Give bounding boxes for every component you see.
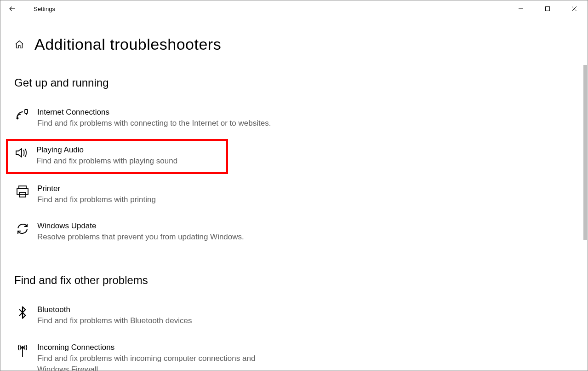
- troubleshooter-bluetooth[interactable]: Bluetooth Find and fix problems with Blu…: [14, 301, 299, 331]
- troubleshooter-title: Incoming Connections: [37, 343, 298, 352]
- svg-rect-9: [19, 192, 26, 197]
- wifi-icon: [15, 108, 30, 122]
- content: Additional troubleshooters Get up and ru…: [0, 17, 588, 371]
- minimize-button[interactable]: [508, 0, 534, 17]
- antenna-icon: [15, 343, 30, 358]
- scrollbar[interactable]: [583, 65, 587, 240]
- troubleshooter-list: Bluetooth Find and fix problems with Blu…: [14, 301, 299, 371]
- page-header: Additional troubleshooters: [14, 35, 588, 53]
- printer-icon: [15, 184, 30, 199]
- troubleshooter-desc: Find and fix problems with Bluetooth dev…: [37, 315, 281, 326]
- troubleshooter-incoming-connections[interactable]: Incoming Connections Find and fix proble…: [14, 339, 299, 371]
- troubleshooter-text: Windows Update Resolve problems that pre…: [37, 221, 298, 243]
- close-button[interactable]: [561, 0, 588, 17]
- troubleshooter-internet-connections[interactable]: Internet Connections Find and fix proble…: [14, 104, 299, 133]
- titlebar: Settings: [0, 0, 588, 17]
- troubleshooter-text: Bluetooth Find and fix problems with Blu…: [37, 305, 298, 326]
- troubleshooter-desc: Resolve problems that prevent you from u…: [37, 232, 281, 243]
- troubleshooter-title: Windows Update: [37, 221, 298, 231]
- troubleshooter-printer[interactable]: Printer Find and fix problems with print…: [14, 180, 299, 210]
- troubleshooter-title: Printer: [37, 184, 298, 193]
- window-controls: [508, 0, 588, 17]
- troubleshooter-playing-audio[interactable]: Playing Audio Find and fix problems with…: [6, 139, 228, 174]
- troubleshooter-text: Incoming Connections Find and fix proble…: [37, 343, 298, 371]
- section-get-up: Get up and running Internet Connections …: [14, 76, 588, 247]
- section-other: Find and fix other problems Bluetooth Fi…: [14, 274, 588, 371]
- home-icon[interactable]: [14, 40, 24, 50]
- troubleshooter-text: Printer Find and fix problems with print…: [37, 184, 298, 205]
- audio-icon: [14, 145, 29, 160]
- troubleshooter-desc: Find and fix problems with incoming comp…: [37, 353, 281, 371]
- troubleshooter-title: Internet Connections: [37, 108, 298, 117]
- bluetooth-icon: [15, 305, 30, 320]
- troubleshooter-desc: Find and fix problems with printing: [37, 194, 281, 205]
- section-title: Find and fix other problems: [14, 274, 588, 287]
- troubleshooter-title: Bluetooth: [37, 305, 298, 314]
- troubleshooter-desc: Find and fix problems with playing sound: [36, 156, 225, 167]
- troubleshooter-desc: Find and fix problems with connecting to…: [37, 118, 281, 129]
- svg-rect-5: [25, 110, 28, 113]
- update-icon: [15, 221, 30, 236]
- svg-rect-8: [17, 189, 28, 194]
- troubleshooter-windows-update[interactable]: Windows Update Resolve problems that pre…: [14, 218, 299, 247]
- maximize-button[interactable]: [534, 0, 561, 17]
- svg-point-4: [17, 118, 18, 119]
- back-button[interactable]: [3, 0, 22, 17]
- page-title: Additional troubleshooters: [34, 35, 221, 53]
- svg-rect-1: [546, 7, 550, 11]
- troubleshooter-list: Internet Connections Find and fix proble…: [14, 104, 299, 247]
- svg-point-10: [22, 347, 23, 348]
- window-title: Settings: [34, 6, 55, 12]
- troubleshooter-text: Internet Connections Find and fix proble…: [37, 108, 298, 129]
- troubleshooter-title: Playing Audio: [36, 145, 225, 155]
- section-title: Get up and running: [14, 76, 588, 89]
- troubleshooter-text: Playing Audio Find and fix problems with…: [36, 145, 225, 167]
